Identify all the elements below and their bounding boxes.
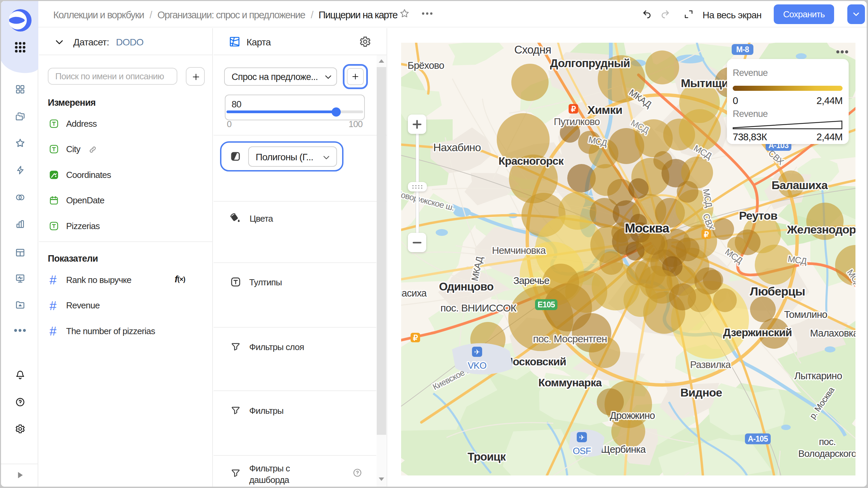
svg-text:Володарского: Володарского bbox=[798, 448, 855, 459]
svg-text:МСД: МСД bbox=[629, 118, 651, 136]
svg-text:OSF: OSF bbox=[573, 446, 591, 456]
svg-text:МСД: МСД bbox=[588, 135, 608, 148]
svg-text:МСД: МСД bbox=[787, 253, 808, 266]
svg-text:СВХ: СВХ bbox=[701, 212, 716, 232]
svg-text:✈: ✈ bbox=[579, 433, 585, 441]
svg-text:Заречье: Заречье bbox=[513, 275, 549, 286]
svg-text:Видное: Видное bbox=[680, 386, 722, 399]
svg-text:Коммунарка: Коммунарка bbox=[538, 377, 602, 389]
svg-text:Немчиновка: Немчиновка bbox=[492, 245, 546, 256]
svg-text:Дзержинский: Дзержинский bbox=[723, 326, 792, 339]
svg-text:Люберцы: Люберцы bbox=[750, 285, 805, 298]
svg-text:₽: ₽ bbox=[704, 230, 709, 239]
svg-text:Путилково: Путилково bbox=[554, 116, 600, 127]
svg-text:✈: ✈ bbox=[474, 348, 480, 356]
svg-text:МКАД: МКАД bbox=[627, 87, 653, 110]
svg-text:Томилино: Томилино bbox=[784, 309, 827, 320]
svg-text:Брёхово: Брёхово bbox=[408, 60, 444, 71]
svg-text:М-8: М-8 bbox=[736, 45, 749, 54]
svg-text:МСД: МСД bbox=[692, 143, 714, 161]
svg-text:Мытищи: Мытищи bbox=[681, 77, 728, 89]
svg-text:Нахабино: Нахабино bbox=[433, 141, 481, 154]
svg-text:Щербинка: Щербинка bbox=[601, 444, 646, 455]
svg-text:Железнодорожный: Железнодорожный bbox=[787, 223, 855, 236]
svg-text:Одинцово: Одинцово bbox=[439, 280, 494, 293]
svg-text:₽: ₽ bbox=[571, 105, 576, 114]
svg-text:Лыткарино: Лыткарино bbox=[794, 370, 842, 381]
svg-text:МСД: МСД bbox=[723, 246, 745, 266]
svg-text:Москва: Москва bbox=[625, 221, 670, 235]
svg-text:Московский: Московский bbox=[504, 355, 566, 368]
svg-text:МКАД: МКАД bbox=[470, 256, 485, 282]
svg-text:Сходня: Сходня bbox=[514, 43, 551, 56]
svg-text:Балашиха: Балашиха bbox=[771, 179, 828, 191]
svg-text:МСД: МСД bbox=[845, 268, 855, 289]
svg-text:А-105: А-105 bbox=[748, 434, 768, 443]
svg-text:пос. ВНИИССОК: пос. ВНИИССОК bbox=[440, 302, 517, 313]
svg-text:₽: ₽ bbox=[413, 333, 418, 342]
svg-text:р. Москва: р. Москва bbox=[808, 385, 836, 420]
svg-text:Развилка: Развилка bbox=[690, 359, 731, 370]
svg-text:пос.: пос. bbox=[819, 436, 836, 447]
svg-text:VKO: VKO bbox=[468, 361, 487, 371]
svg-text:Долгопрудный: Долгопрудный bbox=[550, 57, 630, 69]
svg-text:Новорижское ш.: Новорижское ш. bbox=[401, 188, 455, 212]
svg-text:Химки: Химки bbox=[587, 103, 622, 116]
svg-text:Е105: Е105 bbox=[538, 300, 555, 309]
svg-text:ласиха: ласиха bbox=[401, 288, 427, 299]
svg-text:Дрожжино: Дрожжино bbox=[610, 410, 655, 421]
svg-text:МСД: МСД bbox=[701, 188, 714, 209]
svg-text:Красногорск: Красногорск bbox=[498, 155, 564, 167]
svg-text:Реутов: Реутов bbox=[739, 209, 777, 222]
svg-text:Малаховка: Малаховка bbox=[810, 328, 855, 339]
svg-text:пос. Мосрентген: пос. Мосрентген bbox=[533, 333, 607, 344]
svg-text:Троицк: Троицк bbox=[468, 450, 506, 463]
